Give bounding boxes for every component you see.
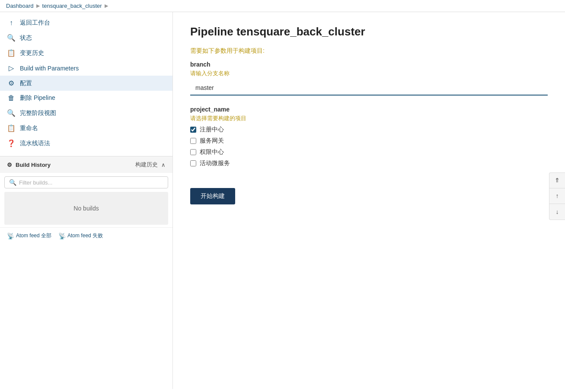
back-icon: ↑ <box>7 19 16 27</box>
sidebar-item-label-config: 配置 <box>20 80 32 87</box>
breadcrumb-pipeline[interactable]: tensquare_back_cluster <box>42 3 102 9</box>
sidebar-item-full-stage-view[interactable]: 🔍 完整阶段视图 <box>0 105 172 121</box>
sidebar-item-label-status: 状态 <box>20 34 32 42</box>
trash-icon: 🗑 <box>7 94 16 102</box>
checkbox-activity-microservice-label: 活动微服务 <box>200 159 230 167</box>
section-label: 需要如下参数用于构建项目: <box>190 47 548 55</box>
build-history-header[interactable]: ⚙ Build History 构建历史 ∧ <box>0 156 172 173</box>
search-icon-status: 🔍 <box>7 34 16 42</box>
scroll-up-button[interactable]: ↑ <box>549 188 565 204</box>
no-builds-area: No builds <box>4 192 168 225</box>
checkbox-register-center-input[interactable] <box>190 127 196 133</box>
scroll-down-icon: ↓ <box>556 208 559 215</box>
param-project-name-desc: 请选择需要构建的项目 <box>190 115 548 122</box>
gear-icon: ⚙ <box>7 79 16 87</box>
build-history-collapse-icon: ∧ <box>161 162 166 168</box>
atom-feeds: 📡 Atom feed 全部 📡 Atom feed 失败 <box>0 227 172 244</box>
sidebar-item-label-syntax: 流水线语法 <box>20 140 50 147</box>
scroll-controls: ⇑ ↑ ↓ <box>549 172 565 220</box>
sidebar-nav: ↑ 返回工作台 🔍 状态 📋 变更历史 ▷ Build with Paramet… <box>0 12 172 154</box>
breadcrumb: Dashboard ▶ tensquare_back_cluster ▶ <box>0 0 565 12</box>
sidebar-item-label-build-params: Build with Parameters <box>20 65 79 72</box>
question-icon: ❓ <box>7 139 16 147</box>
checkbox-register-center-label: 注册中心 <box>200 126 224 134</box>
search-icon-stage: 🔍 <box>7 109 16 117</box>
build-history-title: Build History <box>16 162 51 168</box>
sidebar-item-delete-pipeline[interactable]: 🗑 删除 Pipeline <box>0 91 172 105</box>
main-content: Pipeline tensquare_back_cluster 需要如下参数用于… <box>173 12 565 389</box>
sidebar-item-pipeline-syntax[interactable]: ❓ 流水线语法 <box>0 136 172 151</box>
atom-feed-all-label: Atom feed 全部 <box>16 232 51 239</box>
atom-feed-failed-label: Atom feed 失败 <box>67 232 103 239</box>
atom-feed-all-link[interactable]: 📡 Atom feed 全部 <box>7 232 51 239</box>
play-icon: ▷ <box>7 64 16 72</box>
checkbox-activity-microservice[interactable]: 活动微服务 <box>190 159 548 167</box>
sidebar-item-rename[interactable]: 📋 重命名 <box>0 121 172 136</box>
build-history-header-right: 构建历史 ∧ <box>135 161 166 169</box>
param-branch-name: branch <box>190 61 548 68</box>
checkbox-auth-center-label: 权限中心 <box>200 148 224 156</box>
scroll-down-button[interactable]: ↓ <box>549 204 565 220</box>
history-icon: 📋 <box>7 49 16 57</box>
build-history-section: ⚙ Build History 构建历史 ∧ 🔍 No builds 📡 Ato… <box>0 156 172 244</box>
checkbox-auth-center-input[interactable] <box>190 149 196 155</box>
breadcrumb-sep-2: ▶ <box>105 3 108 9</box>
no-builds-text: No builds <box>73 205 99 212</box>
filter-search-icon: 🔍 <box>9 179 16 186</box>
build-history-title-cn: 构建历史 <box>135 161 158 169</box>
checkbox-group: 注册中心 服务网关 权限中心 活动微服务 <box>190 126 548 167</box>
checkbox-service-gateway-input[interactable] <box>190 138 196 144</box>
breadcrumb-dashboard[interactable]: Dashboard <box>6 3 34 9</box>
branch-input[interactable] <box>190 81 548 96</box>
sidebar-item-label-stage: 完整阶段视图 <box>20 109 56 117</box>
checkbox-activity-microservice-input[interactable] <box>190 160 196 166</box>
sidebar-item-label-history: 变更历史 <box>20 49 44 57</box>
atom-feed-failed-link[interactable]: 📡 Atom feed 失败 <box>58 232 103 239</box>
filter-builds-container: 🔍 <box>4 176 168 188</box>
scroll-up-icon: ↑ <box>556 192 559 199</box>
sidebar-item-status[interactable]: 🔍 状态 <box>0 30 172 45</box>
start-build-button[interactable]: 开始构建 <box>190 188 235 204</box>
checkbox-service-gateway-label: 服务网关 <box>200 137 224 145</box>
page-title: Pipeline tensquare_back_cluster <box>190 25 548 38</box>
sidebar: ↑ 返回工作台 🔍 状态 📋 变更历史 ▷ Build with Paramet… <box>0 12 173 389</box>
sidebar-item-back-to-workspace[interactable]: ↑ 返回工作台 <box>0 16 172 30</box>
atom-all-icon: 📡 <box>7 233 14 239</box>
scroll-to-top-icon: ⇑ <box>555 177 560 184</box>
atom-failed-icon: 📡 <box>58 233 66 239</box>
param-branch-desc: 请输入分支名称 <box>190 70 548 77</box>
param-project-name-label: project_name <box>190 106 548 113</box>
checkbox-register-center[interactable]: 注册中心 <box>190 126 548 134</box>
sidebar-item-build-with-params[interactable]: ▷ Build with Parameters <box>0 61 172 76</box>
param-branch: branch 请输入分支名称 <box>190 61 548 96</box>
checkbox-service-gateway[interactable]: 服务网关 <box>190 137 548 145</box>
breadcrumb-sep-1: ▶ <box>36 3 40 9</box>
sidebar-item-label-back: 返回工作台 <box>20 19 50 27</box>
scroll-to-top-button[interactable]: ⇑ <box>549 173 565 188</box>
sidebar-item-change-history[interactable]: 📋 变更历史 <box>0 45 172 61</box>
sidebar-item-config[interactable]: ⚙ 配置 <box>0 76 172 91</box>
build-history-header-left: ⚙ Build History <box>7 162 51 168</box>
filter-builds-input[interactable] <box>19 179 163 186</box>
sidebar-item-label-rename: 重命名 <box>20 124 38 132</box>
edit-icon: 📋 <box>7 124 16 132</box>
param-project-name: project_name 请选择需要构建的项目 注册中心 服务网关 权限中心 活 <box>190 106 548 167</box>
sidebar-item-label-delete: 删除 Pipeline <box>20 94 55 102</box>
build-history-icon: ⚙ <box>7 162 12 168</box>
checkbox-auth-center[interactable]: 权限中心 <box>190 148 548 156</box>
